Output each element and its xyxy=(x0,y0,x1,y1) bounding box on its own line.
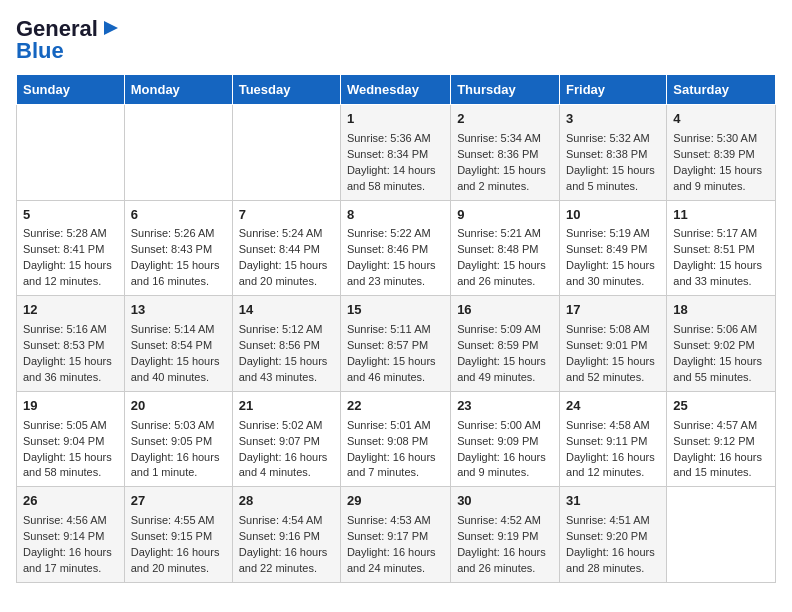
weekday-header: Saturday xyxy=(667,75,776,105)
day-info: Sunrise: 5:34 AMSunset: 8:36 PMDaylight:… xyxy=(457,131,553,195)
calendar-cell: 29Sunrise: 4:53 AMSunset: 9:17 PMDayligh… xyxy=(340,487,450,583)
svg-marker-0 xyxy=(104,21,118,35)
calendar-cell: 21Sunrise: 5:02 AMSunset: 9:07 PMDayligh… xyxy=(232,391,340,487)
day-number: 16 xyxy=(457,301,553,320)
calendar-cell: 31Sunrise: 4:51 AMSunset: 9:20 PMDayligh… xyxy=(560,487,667,583)
calendar-cell: 5Sunrise: 5:28 AMSunset: 8:41 PMDaylight… xyxy=(17,200,125,296)
calendar-cell: 10Sunrise: 5:19 AMSunset: 8:49 PMDayligh… xyxy=(560,200,667,296)
day-info: Sunrise: 5:06 AMSunset: 9:02 PMDaylight:… xyxy=(673,322,769,386)
day-number: 13 xyxy=(131,301,226,320)
calendar-cell: 1Sunrise: 5:36 AMSunset: 8:34 PMDaylight… xyxy=(340,105,450,201)
day-info: Sunrise: 5:16 AMSunset: 8:53 PMDaylight:… xyxy=(23,322,118,386)
day-info: Sunrise: 4:57 AMSunset: 9:12 PMDaylight:… xyxy=(673,418,769,482)
day-number: 31 xyxy=(566,492,660,511)
weekday-header: Wednesday xyxy=(340,75,450,105)
calendar-week-row: 19Sunrise: 5:05 AMSunset: 9:04 PMDayligh… xyxy=(17,391,776,487)
day-number: 12 xyxy=(23,301,118,320)
weekday-header: Monday xyxy=(124,75,232,105)
day-info: Sunrise: 5:17 AMSunset: 8:51 PMDaylight:… xyxy=(673,226,769,290)
day-number: 10 xyxy=(566,206,660,225)
day-number: 20 xyxy=(131,397,226,416)
calendar-cell: 6Sunrise: 5:26 AMSunset: 8:43 PMDaylight… xyxy=(124,200,232,296)
day-number: 29 xyxy=(347,492,444,511)
logo-arrow-icon xyxy=(100,17,122,39)
calendar-cell: 28Sunrise: 4:54 AMSunset: 9:16 PMDayligh… xyxy=(232,487,340,583)
weekday-header: Tuesday xyxy=(232,75,340,105)
day-info: Sunrise: 4:55 AMSunset: 9:15 PMDaylight:… xyxy=(131,513,226,577)
calendar-header-row: SundayMondayTuesdayWednesdayThursdayFrid… xyxy=(17,75,776,105)
day-info: Sunrise: 5:01 AMSunset: 9:08 PMDaylight:… xyxy=(347,418,444,482)
day-info: Sunrise: 5:08 AMSunset: 9:01 PMDaylight:… xyxy=(566,322,660,386)
day-info: Sunrise: 4:58 AMSunset: 9:11 PMDaylight:… xyxy=(566,418,660,482)
day-number: 28 xyxy=(239,492,334,511)
day-number: 1 xyxy=(347,110,444,129)
day-info: Sunrise: 4:56 AMSunset: 9:14 PMDaylight:… xyxy=(23,513,118,577)
page-header: General Blue xyxy=(16,16,776,64)
calendar-cell: 8Sunrise: 5:22 AMSunset: 8:46 PMDaylight… xyxy=(340,200,450,296)
calendar-cell: 27Sunrise: 4:55 AMSunset: 9:15 PMDayligh… xyxy=(124,487,232,583)
day-info: Sunrise: 5:28 AMSunset: 8:41 PMDaylight:… xyxy=(23,226,118,290)
day-info: Sunrise: 5:30 AMSunset: 8:39 PMDaylight:… xyxy=(673,131,769,195)
day-number: 21 xyxy=(239,397,334,416)
day-number: 9 xyxy=(457,206,553,225)
calendar-cell: 3Sunrise: 5:32 AMSunset: 8:38 PMDaylight… xyxy=(560,105,667,201)
calendar-cell: 9Sunrise: 5:21 AMSunset: 8:48 PMDaylight… xyxy=(451,200,560,296)
day-number: 2 xyxy=(457,110,553,129)
day-info: Sunrise: 5:22 AMSunset: 8:46 PMDaylight:… xyxy=(347,226,444,290)
day-number: 3 xyxy=(566,110,660,129)
calendar-cell: 23Sunrise: 5:00 AMSunset: 9:09 PMDayligh… xyxy=(451,391,560,487)
day-info: Sunrise: 4:52 AMSunset: 9:19 PMDaylight:… xyxy=(457,513,553,577)
day-info: Sunrise: 5:19 AMSunset: 8:49 PMDaylight:… xyxy=(566,226,660,290)
day-number: 25 xyxy=(673,397,769,416)
calendar-cell: 18Sunrise: 5:06 AMSunset: 9:02 PMDayligh… xyxy=(667,296,776,392)
calendar-cell: 26Sunrise: 4:56 AMSunset: 9:14 PMDayligh… xyxy=(17,487,125,583)
day-info: Sunrise: 5:02 AMSunset: 9:07 PMDaylight:… xyxy=(239,418,334,482)
day-number: 6 xyxy=(131,206,226,225)
day-number: 30 xyxy=(457,492,553,511)
day-info: Sunrise: 5:24 AMSunset: 8:44 PMDaylight:… xyxy=(239,226,334,290)
calendar-cell: 15Sunrise: 5:11 AMSunset: 8:57 PMDayligh… xyxy=(340,296,450,392)
day-number: 19 xyxy=(23,397,118,416)
calendar-cell: 25Sunrise: 4:57 AMSunset: 9:12 PMDayligh… xyxy=(667,391,776,487)
day-info: Sunrise: 4:51 AMSunset: 9:20 PMDaylight:… xyxy=(566,513,660,577)
day-info: Sunrise: 5:12 AMSunset: 8:56 PMDaylight:… xyxy=(239,322,334,386)
day-number: 14 xyxy=(239,301,334,320)
day-info: Sunrise: 5:26 AMSunset: 8:43 PMDaylight:… xyxy=(131,226,226,290)
calendar-cell: 17Sunrise: 5:08 AMSunset: 9:01 PMDayligh… xyxy=(560,296,667,392)
day-info: Sunrise: 4:53 AMSunset: 9:17 PMDaylight:… xyxy=(347,513,444,577)
weekday-header: Friday xyxy=(560,75,667,105)
calendar-cell xyxy=(17,105,125,201)
day-number: 15 xyxy=(347,301,444,320)
calendar-cell: 11Sunrise: 5:17 AMSunset: 8:51 PMDayligh… xyxy=(667,200,776,296)
day-number: 22 xyxy=(347,397,444,416)
calendar-cell xyxy=(124,105,232,201)
day-number: 18 xyxy=(673,301,769,320)
day-info: Sunrise: 5:03 AMSunset: 9:05 PMDaylight:… xyxy=(131,418,226,482)
day-number: 8 xyxy=(347,206,444,225)
calendar-cell: 20Sunrise: 5:03 AMSunset: 9:05 PMDayligh… xyxy=(124,391,232,487)
day-number: 17 xyxy=(566,301,660,320)
day-info: Sunrise: 5:14 AMSunset: 8:54 PMDaylight:… xyxy=(131,322,226,386)
calendar-cell: 14Sunrise: 5:12 AMSunset: 8:56 PMDayligh… xyxy=(232,296,340,392)
day-number: 7 xyxy=(239,206,334,225)
calendar-cell: 22Sunrise: 5:01 AMSunset: 9:08 PMDayligh… xyxy=(340,391,450,487)
day-number: 5 xyxy=(23,206,118,225)
day-info: Sunrise: 5:36 AMSunset: 8:34 PMDaylight:… xyxy=(347,131,444,195)
calendar-cell: 12Sunrise: 5:16 AMSunset: 8:53 PMDayligh… xyxy=(17,296,125,392)
calendar-cell: 24Sunrise: 4:58 AMSunset: 9:11 PMDayligh… xyxy=(560,391,667,487)
day-number: 26 xyxy=(23,492,118,511)
day-number: 11 xyxy=(673,206,769,225)
calendar-cell: 13Sunrise: 5:14 AMSunset: 8:54 PMDayligh… xyxy=(124,296,232,392)
day-number: 23 xyxy=(457,397,553,416)
day-info: Sunrise: 5:09 AMSunset: 8:59 PMDaylight:… xyxy=(457,322,553,386)
calendar-cell: 7Sunrise: 5:24 AMSunset: 8:44 PMDaylight… xyxy=(232,200,340,296)
day-number: 24 xyxy=(566,397,660,416)
calendar-cell: 4Sunrise: 5:30 AMSunset: 8:39 PMDaylight… xyxy=(667,105,776,201)
calendar-cell: 30Sunrise: 4:52 AMSunset: 9:19 PMDayligh… xyxy=(451,487,560,583)
calendar-week-row: 12Sunrise: 5:16 AMSunset: 8:53 PMDayligh… xyxy=(17,296,776,392)
weekday-header: Sunday xyxy=(17,75,125,105)
day-number: 27 xyxy=(131,492,226,511)
weekday-header: Thursday xyxy=(451,75,560,105)
calendar-cell xyxy=(232,105,340,201)
day-info: Sunrise: 5:21 AMSunset: 8:48 PMDaylight:… xyxy=(457,226,553,290)
